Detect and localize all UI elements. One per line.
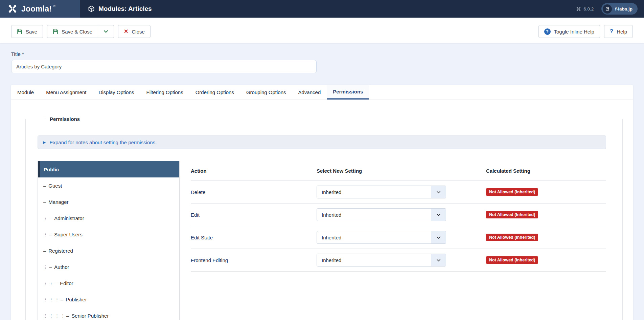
tree-indent-icon: ⋮ <box>61 314 66 318</box>
title-label: Title * <box>11 51 633 57</box>
joomla-version-icon <box>576 6 581 12</box>
joomla-logo[interactable]: Joomla! ® <box>0 0 80 18</box>
group-list: Public – Guest – Manager ⋮ – Administrat… <box>38 161 180 320</box>
tab-permissions[interactable]: Permissions <box>327 85 369 100</box>
group-label: Guest <box>48 183 62 189</box>
dash-icon: – <box>43 183 46 189</box>
tree-indent-icon: ⋮ <box>55 314 61 318</box>
save-close-dropdown-toggle[interactable] <box>98 25 114 38</box>
tab-display-options[interactable]: Display Options <box>92 85 140 100</box>
version-label: 6.0.2 <box>576 6 594 12</box>
column-header-select-new-setting: Select New Setting <box>317 168 486 174</box>
table-row: Edit Inherited Not Allowed (Inherited) <box>191 204 606 226</box>
table-row: Edit State Inherited Not Allowed (Inheri… <box>191 226 606 249</box>
group-label: Senior Publisher <box>71 313 109 319</box>
group-item-public[interactable]: Public <box>38 161 179 177</box>
permissions-fieldset: Permissions ▶ Expand for notes about set… <box>25 116 623 320</box>
expand-arrow-icon: ▶ <box>43 140 46 145</box>
tab-module[interactable]: Module <box>11 85 40 100</box>
tab-bar: Module Menu Assignment Display Options F… <box>11 85 633 100</box>
calculated-badge: Not Allowed (Inherited) <box>486 188 538 196</box>
select-value: Inherited <box>322 212 341 218</box>
group-label: Public <box>44 167 59 172</box>
tree-indent-icon: ⋮ <box>43 232 49 237</box>
cube-icon <box>88 5 95 12</box>
select-value: Inherited <box>322 235 341 240</box>
floppy-icon <box>53 29 58 34</box>
dash-icon: – <box>66 313 69 319</box>
setting-select[interactable]: Inherited <box>317 186 446 198</box>
chevron-down-icon <box>431 209 446 221</box>
external-link-icon <box>603 4 612 14</box>
close-button[interactable]: ✕ Close <box>118 25 151 38</box>
setting-select[interactable]: Inherited <box>317 208 446 221</box>
tree-indent-icon: ⋮ <box>49 281 55 285</box>
notes-summary: Expand for notes about setting the permi… <box>49 140 157 145</box>
group-label: Administrator <box>54 215 84 221</box>
tab-advanced[interactable]: Advanced <box>292 85 327 100</box>
chevron-down-icon <box>431 231 446 243</box>
registered-mark: ® <box>53 4 55 8</box>
toggle-inline-help-label: Toggle Inline Help <box>554 29 594 35</box>
notes-toggle[interactable]: ▶ Expand for notes about setting the per… <box>38 135 606 149</box>
brand-text: Joomla! <box>21 4 52 14</box>
page-title-wrap: Modules: Articles <box>88 0 152 18</box>
help-button[interactable]: ? Help <box>604 25 633 38</box>
column-header-action: Action <box>191 168 317 174</box>
save-button[interactable]: Save <box>11 25 43 38</box>
top-bar: Joomla! ® Modules: Articles 6.0.2 <box>0 0 644 18</box>
save-close-button[interactable]: Save & Close <box>47 25 98 38</box>
tab-grouping-options[interactable]: Grouping Options <box>240 85 292 100</box>
module-edit-card: Module Menu Assignment Display Options F… <box>11 85 633 320</box>
group-label: Registered <box>48 248 73 254</box>
group-item-editor[interactable]: ⋮ ⋮ – Editor <box>38 275 179 291</box>
tree-indent-icon: ⋮ <box>43 297 49 302</box>
group-item-author[interactable]: ⋮ – Author <box>38 259 179 275</box>
tab-filtering-options[interactable]: Filtering Options <box>140 85 189 100</box>
group-item-administrator[interactable]: ⋮ – Administrator <box>38 210 179 226</box>
tab-ordering-options[interactable]: Ordering Options <box>189 85 240 100</box>
group-label: Publisher <box>66 297 87 302</box>
setting-select[interactable]: Inherited <box>317 254 446 266</box>
dash-icon: – <box>43 199 46 205</box>
question-icon: ? <box>610 28 613 35</box>
table-row: Frontend Editing Inherited Not Allowed (… <box>191 249 606 272</box>
group-item-super-users[interactable]: ⋮ – Super Users <box>38 226 179 242</box>
chevron-down-icon <box>103 29 109 34</box>
setting-select[interactable]: Inherited <box>317 231 446 244</box>
close-label: Close <box>132 29 145 35</box>
site-link-button[interactable]: f-labs.jp <box>601 3 638 15</box>
group-label: Editor <box>60 280 73 286</box>
group-item-publisher[interactable]: ⋮ ⋮ ⋮ – Publisher <box>38 291 179 307</box>
calculated-badge: Not Allowed (Inherited) <box>486 234 538 241</box>
select-value: Inherited <box>322 189 341 195</box>
tree-indent-icon: ⋮ <box>49 297 55 302</box>
table-header-row: Action Select New Setting Calculated Set… <box>191 161 606 181</box>
tab-menu-assignment[interactable]: Menu Assignment <box>40 85 92 100</box>
action-label: Frontend Editing <box>191 257 317 263</box>
dash-icon: – <box>55 280 58 286</box>
help-label: Help <box>617 29 627 35</box>
group-item-manager[interactable]: – Manager <box>38 194 179 210</box>
dash-icon: – <box>49 215 52 221</box>
main-content: Title * Module Menu Assignment Display O… <box>0 43 644 320</box>
calculated-badge: Not Allowed (Inherited) <box>486 256 538 264</box>
dash-icon: – <box>49 264 52 270</box>
title-input[interactable] <box>11 60 317 73</box>
save-close-label: Save & Close <box>62 29 92 35</box>
permissions-legend: Permissions <box>46 116 84 122</box>
group-item-senior-publisher[interactable]: ⋮ ⋮ ⋮ ⋮ – Senior Publisher <box>38 307 179 320</box>
permissions-body: Public – Guest – Manager ⋮ – Administrat… <box>38 161 606 320</box>
tree-indent-icon: ⋮ <box>43 216 49 220</box>
group-item-guest[interactable]: – Guest <box>38 177 179 194</box>
tree-indent-icon: ⋮ <box>43 314 49 318</box>
version-number: 6.0.2 <box>583 6 594 12</box>
toggle-inline-help-button[interactable]: ? Toggle Inline Help <box>538 25 600 38</box>
group-item-registered[interactable]: – Registered <box>38 242 179 259</box>
action-label: Edit <box>191 212 317 218</box>
chevron-down-icon <box>431 186 446 198</box>
close-icon: ✕ <box>124 29 128 34</box>
action-label: Edit State <box>191 235 317 240</box>
joomla-logo-icon <box>7 4 18 14</box>
page-title: Modules: Articles <box>98 5 152 13</box>
